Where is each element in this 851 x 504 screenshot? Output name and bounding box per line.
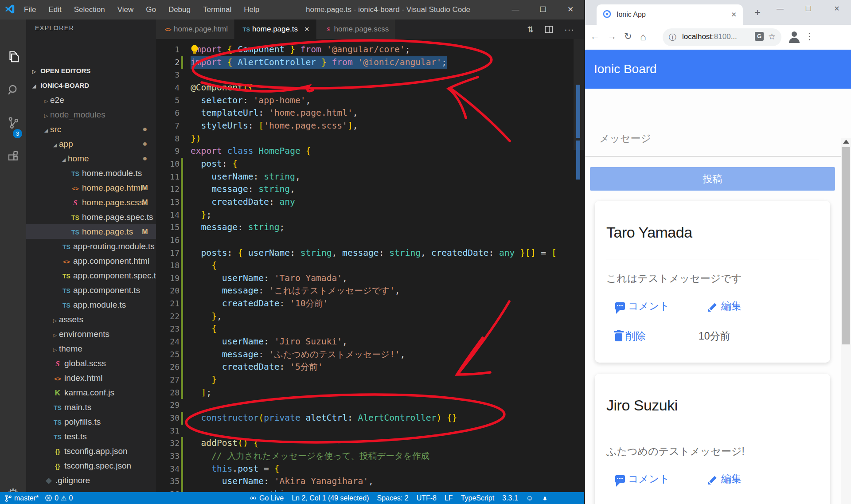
code-line-14: 14};: [156, 209, 584, 222]
scroll-up-icon[interactable]: [843, 140, 849, 144]
search-icon[interactable]: [0, 78, 26, 102]
tree-file-app-component-html[interactable]: <>app.component.html: [26, 254, 156, 268]
tab-home-page-html[interactable]: <>home.page.html: [156, 20, 234, 39]
comment-button[interactable]: コメント: [615, 299, 670, 313]
indentation-status[interactable]: Spaces: 2: [377, 494, 408, 502]
profile-avatar-icon[interactable]: [785, 28, 803, 46]
feedback-smiley-icon[interactable]: ☺: [526, 494, 533, 502]
comment-button[interactable]: コメント: [615, 472, 670, 486]
browser-tab[interactable]: Ionic App ✕: [597, 4, 743, 25]
code-line-27: 27}: [156, 374, 584, 387]
edit-button[interactable]: 編集: [708, 299, 742, 313]
tree-file-test-ts[interactable]: TStest.ts: [26, 429, 156, 444]
menu-file[interactable]: File: [18, 5, 42, 14]
tree-file-tsconfig-spec-json[interactable]: {}tsconfig.spec.json: [26, 458, 156, 473]
tree-file-tsconfig-app-json[interactable]: {}tsconfig.app.json: [26, 444, 156, 458]
tree-file-home-page-spec-ts[interactable]: TShome.page.spec.ts: [26, 210, 156, 224]
cursor-position[interactable]: Ln 2, Col 1 (49 selected): [292, 494, 369, 502]
scrollbar-thumb[interactable]: [842, 147, 850, 344]
explorer-icon[interactable]: [0, 45, 26, 69]
tree-folder-environments[interactable]: ▷environments: [26, 327, 156, 341]
close-button[interactable]: ✕: [557, 0, 584, 20]
go-live-button[interactable]: Go Live: [249, 494, 284, 502]
menu-edit[interactable]: Edit: [42, 5, 67, 14]
tree-folder-node-modules[interactable]: ▷node_modules: [26, 107, 156, 122]
problems-status[interactable]: 0 ⚠ 0: [45, 494, 73, 502]
bookmark-star-icon[interactable]: ☆: [768, 31, 776, 42]
ts-version-status[interactable]: 3.3.1: [502, 494, 518, 502]
tree-file-app-routing-module-ts[interactable]: TSapp-routing.module.ts: [26, 239, 156, 254]
home-icon[interactable]: ⌂: [640, 31, 646, 43]
back-icon[interactable]: ←: [590, 31, 600, 42]
browser-maximize-button[interactable]: ☐: [794, 0, 823, 18]
tree-folder-assets[interactable]: ▷assets: [26, 312, 156, 327]
tree-folder-theme[interactable]: ▷theme: [26, 341, 156, 356]
tree-file-global-scss[interactable]: Sglobal.scss: [26, 356, 156, 371]
menu-debug[interactable]: Debug: [162, 5, 197, 14]
tree-folder-home[interactable]: ◢home●: [26, 151, 156, 166]
tree-file-home-module-ts[interactable]: TShome.module.ts: [26, 166, 156, 180]
project-section[interactable]: ◢ IONIC4-BOARD: [26, 78, 156, 93]
forward-icon[interactable]: →: [607, 31, 617, 42]
menu-view[interactable]: View: [111, 5, 140, 14]
encoding-status[interactable]: UTF-8: [417, 494, 437, 502]
tab-close-icon[interactable]: ✕: [731, 11, 737, 19]
message-input[interactable]: [585, 156, 841, 156]
address-bar[interactable]: ⓘ localhost:8100... G ☆: [663, 28, 781, 46]
tree-folder-app[interactable]: ◢app●: [26, 137, 156, 151]
tab-home-page-ts[interactable]: TShome.page.ts✕: [234, 20, 316, 39]
browser-close-button[interactable]: ✕: [823, 0, 851, 18]
split-editor-icon[interactable]: [545, 26, 553, 33]
more-actions-icon[interactable]: ···: [564, 24, 574, 35]
chevron-down-icon: ◢: [42, 123, 50, 138]
menu-go[interactable]: Go: [140, 5, 162, 14]
eol-status[interactable]: LF: [445, 494, 453, 502]
tree-file-karma-conf-js[interactable]: Kkarma.conf.js: [26, 385, 156, 400]
file-label: theme: [59, 344, 82, 353]
extensions-icon[interactable]: [0, 144, 26, 168]
open-changes-icon[interactable]: ⇄: [525, 26, 535, 32]
notifications-bell-icon[interactable]: [541, 494, 549, 502]
tree-file--gitignore[interactable]: .gitignore: [26, 473, 156, 488]
chevron-right-icon: ▷: [51, 343, 59, 357]
post-button[interactable]: 投稿: [590, 167, 835, 191]
tree-file-app-component-ts[interactable]: TSapp.component.ts: [26, 283, 156, 297]
open-editors-section[interactable]: ▷ OPEN EDITORS: [26, 63, 156, 78]
new-tab-button[interactable]: +: [754, 6, 761, 19]
file-label: home.module.ts: [82, 168, 142, 178]
translate-icon[interactable]: G: [755, 32, 764, 41]
code-editor[interactable]: 1import { Component } from '@angular/cor…: [156, 39, 584, 492]
menu-terminal[interactable]: Terminal: [197, 5, 238, 14]
tree-file-app-component-spec-ts[interactable]: TSapp.component.spec.ts: [26, 268, 156, 283]
tree-file-index-html[interactable]: <>index.html: [26, 371, 156, 385]
menu-help[interactable]: Help: [238, 5, 265, 14]
file-label: app.component.spec.ts: [73, 271, 156, 280]
line-number: 14: [156, 209, 180, 222]
tree-folder-src[interactable]: ◢src●: [26, 122, 156, 137]
language-status[interactable]: TypeScript: [461, 494, 495, 502]
change-indicator: [181, 374, 183, 387]
tree-file-polyfills-ts[interactable]: TSpolyfills.ts: [26, 414, 156, 429]
browser-menu-icon[interactable]: ⋮: [805, 31, 814, 42]
tree-file-app-module-ts[interactable]: TSapp.module.ts: [26, 297, 156, 312]
tree-file-home-page-ts[interactable]: TShome.page.tsM: [26, 224, 156, 239]
git-branch-status[interactable]: master*: [4, 494, 39, 503]
tree-file-main-ts[interactable]: TSmain.ts: [26, 400, 156, 414]
tree-file-home-page-html[interactable]: <>home.page.htmlM: [26, 180, 156, 195]
tab-home-page-scss[interactable]: Shome.page.scss: [316, 20, 396, 39]
delete-button[interactable]: 削除: [615, 329, 646, 343]
warning-count: 0: [69, 494, 73, 502]
file-label: src: [50, 125, 61, 134]
maximize-button[interactable]: ☐: [529, 0, 557, 20]
menu-selection[interactable]: Selection: [68, 5, 111, 14]
tree-file-angular-json[interactable]: {}angular.json: [26, 488, 156, 492]
minimize-button[interactable]: —: [502, 0, 529, 20]
reload-icon[interactable]: ↻: [624, 31, 632, 42]
page-scrollbar[interactable]: [841, 138, 851, 504]
site-info-icon[interactable]: ⓘ: [669, 32, 676, 43]
tree-folder-e2e[interactable]: ▷e2e: [26, 93, 156, 107]
tree-file-home-page-scss[interactable]: Shome.page.scssM: [26, 195, 156, 210]
browser-minimize-button[interactable]: —: [766, 0, 794, 18]
edit-button[interactable]: 編集: [708, 472, 742, 486]
tab-close-icon[interactable]: ✕: [304, 25, 310, 33]
